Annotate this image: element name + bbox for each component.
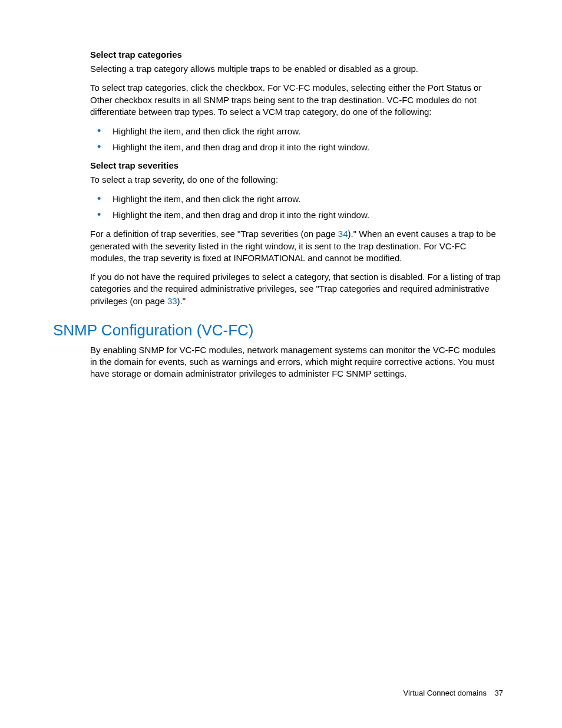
paragraph: To select a trap severity, do one of the… (90, 174, 503, 186)
list-item: Highlight the item, and then click the r… (90, 125, 503, 137)
page-link-33[interactable]: 33 (167, 296, 177, 306)
list-item: Highlight the item, and then drag and dr… (90, 141, 503, 153)
bullet-list: Highlight the item, and then click the r… (90, 193, 503, 221)
text-span: )." (177, 296, 186, 306)
text-span: For a definition of trap severities, see… (90, 229, 338, 239)
paragraph: If you do not have the required privileg… (90, 271, 503, 307)
bullet-list: Highlight the item, and then click the r… (90, 125, 503, 153)
document-page: Select trap categories Selecting a trap … (0, 0, 562, 380)
text-span: If you do not have the required privileg… (90, 272, 501, 306)
footer-label: Virtual Connect domains (404, 689, 487, 697)
page-link-34[interactable]: 34 (338, 229, 348, 239)
content-block: By enabling SNMP for VC-FC modules, netw… (90, 344, 503, 380)
page-footer: Virtual Connect domains 37 (404, 689, 504, 697)
heading-select-trap-severities: Select trap severities (90, 160, 503, 170)
heading-select-trap-categories: Select trap categories (90, 50, 503, 60)
footer-page-number: 37 (495, 689, 503, 697)
content-block: Select trap categories Selecting a trap … (90, 50, 503, 307)
paragraph: Selecting a trap category allows multipl… (90, 63, 503, 75)
paragraph: To select trap categories, click the che… (90, 82, 503, 118)
list-item: Highlight the item, and then drag and dr… (90, 209, 503, 221)
paragraph: By enabling SNMP for VC-FC modules, netw… (90, 344, 503, 380)
list-item: Highlight the item, and then click the r… (90, 193, 503, 205)
paragraph: For a definition of trap severities, see… (90, 228, 503, 264)
heading-snmp-configuration: SNMP Configuration (VC-FC) (53, 321, 503, 340)
